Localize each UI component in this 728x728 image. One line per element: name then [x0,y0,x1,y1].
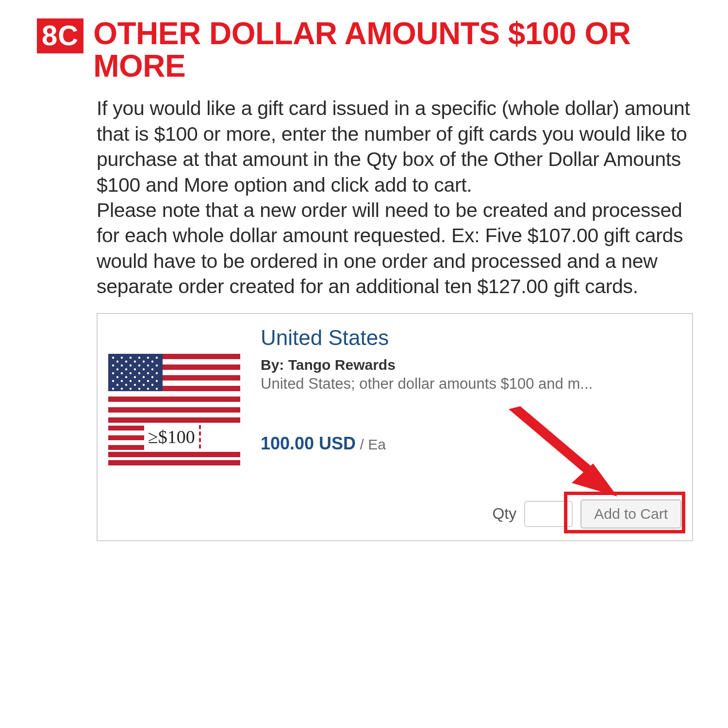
svg-point-27 [125,368,127,370]
product-vendor: By: Tango Rewards [261,357,681,373]
svg-rect-60 [108,435,144,440]
svg-point-28 [134,368,136,370]
svg-point-34 [138,372,140,374]
thumbnail-amount-label: ≥$100 [148,426,195,447]
svg-point-19 [151,361,153,363]
svg-point-13 [147,357,149,359]
svg-point-15 [116,361,118,363]
svg-rect-62 [108,452,240,457]
svg-point-53 [112,388,114,390]
svg-point-17 [134,361,136,363]
section-title: OTHER DOLLAR AMOUNTS $100 OR MORE [93,17,698,82]
product-vendor-name: Tango Rewards [288,357,396,373]
svg-point-37 [116,376,118,378]
svg-point-48 [116,384,118,386]
svg-point-11 [130,357,132,359]
product-description: United States; other dollar amounts $100… [261,375,681,393]
svg-point-47 [156,380,158,382]
svg-point-29 [143,368,145,370]
us-flag-icon [108,354,240,423]
svg-point-20 [112,364,114,366]
svg-point-56 [138,388,140,390]
svg-point-16 [125,361,127,363]
svg-point-57 [147,388,149,390]
product-price: 100.00 USD / Ea [261,433,681,454]
svg-point-45 [138,380,140,382]
instruction-paragraph-2: Please note that a new order will need t… [97,198,693,299]
svg-point-39 [134,376,136,378]
svg-point-21 [121,364,123,366]
product-thumbnail: ≥$100 [108,323,244,467]
svg-point-50 [134,384,136,386]
svg-rect-5 [108,397,240,402]
svg-point-40 [143,376,145,378]
svg-point-42 [112,380,114,382]
instruction-body: If you would like a gift card issued in … [97,96,693,299]
svg-point-55 [130,388,132,390]
dashed-divider-icon [199,425,204,448]
svg-rect-59 [108,426,144,430]
svg-rect-61 [108,445,144,450]
svg-point-54 [121,388,123,390]
svg-rect-6 [108,407,240,413]
svg-rect-7 [108,417,240,423]
svg-point-24 [147,364,149,366]
svg-point-58 [156,388,158,390]
svg-point-10 [121,357,123,359]
svg-point-31 [112,372,114,374]
add-to-cart-button[interactable]: Add to Cart [580,499,681,529]
product-vendor-prefix: By: [261,357,288,373]
svg-point-38 [125,376,127,378]
svg-point-14 [156,357,158,359]
price-unit: / Ea [356,436,386,452]
svg-point-30 [151,368,153,370]
svg-point-23 [138,364,140,366]
product-panel: ≥$100 United States By: Tango Rewards [97,313,693,541]
svg-point-26 [116,368,118,370]
price-amount: 100.00 USD [261,433,356,453]
product-title[interactable]: United States [261,326,681,350]
svg-rect-63 [108,460,240,465]
svg-point-44 [130,380,132,382]
svg-point-22 [130,364,132,366]
svg-point-49 [125,384,127,386]
flag-stripes-icon [108,423,144,451]
svg-point-9 [112,357,114,359]
svg-point-35 [147,372,149,374]
svg-point-52 [151,384,153,386]
step-badge: 8C [37,18,83,53]
qty-label: Qty [492,505,516,523]
svg-point-41 [151,376,153,378]
svg-point-25 [156,364,158,366]
svg-point-12 [138,357,140,359]
flag-bottom-stripes-icon [108,451,240,465]
svg-point-32 [121,372,123,374]
svg-point-18 [143,361,145,363]
svg-point-36 [156,372,158,374]
svg-point-51 [143,384,145,386]
svg-point-43 [121,380,123,382]
svg-point-46 [147,380,149,382]
svg-point-33 [130,372,132,374]
qty-input[interactable] [524,501,573,527]
instruction-paragraph-1: If you would like a gift card issued in … [97,96,693,198]
